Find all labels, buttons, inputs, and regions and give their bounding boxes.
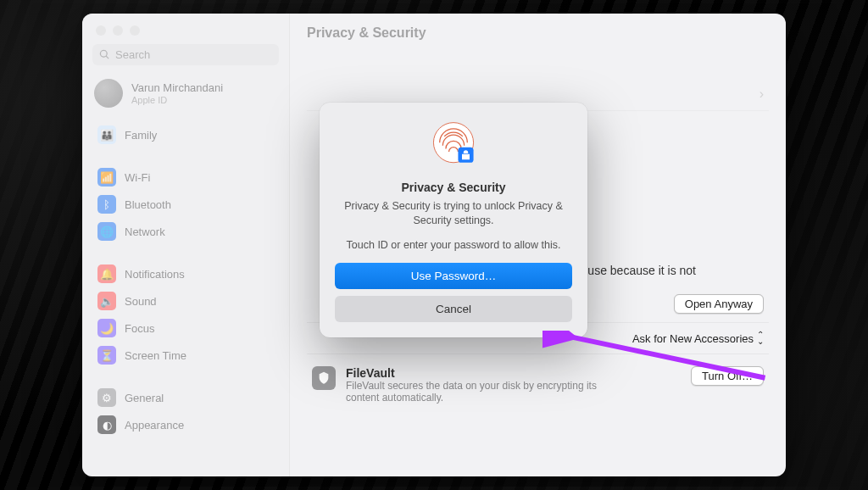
- sidebar-label: Focus: [125, 322, 154, 335]
- search-placeholder: Search: [115, 48, 150, 61]
- user-sub: Apple ID: [131, 95, 223, 105]
- bell-icon: 🔔: [97, 264, 116, 283]
- accessories-select[interactable]: Ask for New Accessories ⌃⌄: [632, 331, 764, 345]
- sidebar-label: General: [125, 392, 164, 404]
- gear-icon: ⚙: [97, 388, 116, 407]
- filevault-title: FileVault: [346, 366, 626, 380]
- sidebar-item-notifications[interactable]: 🔔Notifications: [92, 260, 279, 287]
- auth-dialog: Privacy & Security Privacy & Security is…: [320, 103, 587, 337]
- focus-icon: 🌙: [97, 319, 116, 337]
- filevault-row: FileVault FileVault secures the data on …: [307, 354, 769, 412]
- sidebar-label: Wi-Fi: [125, 171, 150, 184]
- filevault-sub: FileVault secures the data on your disk …: [346, 380, 626, 404]
- sidebar-item-focus[interactable]: 🌙Focus: [92, 315, 279, 342]
- system-settings-window: Search Varun Mirchandani Apple ID 👪 Fami…: [82, 14, 786, 476]
- cancel-button[interactable]: Cancel: [335, 296, 572, 322]
- network-icon: 🌐: [97, 222, 116, 241]
- sidebar-item-network[interactable]: 🌐Network: [92, 218, 279, 245]
- chevron-right-icon: ›: [760, 86, 764, 102]
- wifi-icon: 📶: [97, 168, 116, 187]
- sidebar-item-sound[interactable]: 🔈Sound: [92, 287, 279, 315]
- avatar: [94, 79, 123, 108]
- page-title: Privacy & Security: [290, 14, 786, 49]
- search-icon: [99, 49, 110, 60]
- touchid-icon: [429, 120, 478, 169]
- sidebar-label: Appearance: [125, 419, 184, 432]
- search-input[interactable]: Search: [92, 44, 279, 65]
- apple-id-row[interactable]: Varun Mirchandani Apple ID: [82, 74, 289, 118]
- sidebar-label: Notifications: [125, 268, 185, 281]
- dialog-body-1: Privacy & Security is trying to unlock P…: [338, 199, 569, 228]
- filevault-icon: [312, 366, 336, 390]
- sound-icon: 🔈: [97, 292, 116, 310]
- use-password-button[interactable]: Use Password…: [335, 263, 572, 289]
- hourglass-icon: ⏳: [97, 346, 116, 365]
- sidebar-label: Bluetooth: [125, 198, 171, 211]
- sidebar-label: Sound: [125, 295, 157, 308]
- family-icon: 👪: [97, 125, 116, 144]
- bluetooth-icon: ᛒ: [97, 195, 116, 214]
- filevault-turn-off-button[interactable]: Turn Off…: [691, 366, 764, 386]
- dialog-title: Privacy & Security: [335, 181, 572, 194]
- sidebar-item-family[interactable]: 👪 Family: [92, 121, 279, 148]
- sidebar-item-appearance[interactable]: ◐Appearance: [92, 411, 279, 438]
- sidebar-item-wifi[interactable]: 📶Wi-Fi: [92, 164, 279, 191]
- zoom-dot[interactable]: [130, 25, 140, 36]
- sidebar-label: Network: [125, 226, 165, 238]
- sidebar-label: Family: [125, 129, 157, 142]
- open-anyway-button[interactable]: Open Anyway: [674, 294, 764, 314]
- sidebar-item-general[interactable]: ⚙General: [92, 384, 279, 411]
- user-name: Varun Mirchandani: [131, 81, 223, 95]
- accessories-value: Ask for New Accessories: [632, 332, 754, 345]
- sidebar: Search Varun Mirchandani Apple ID 👪 Fami…: [82, 14, 290, 476]
- dialog-body-2: Touch ID or enter your password to allow…: [338, 238, 569, 253]
- minimize-dot[interactable]: [113, 25, 123, 36]
- sidebar-item-bluetooth[interactable]: ᛒBluetooth: [92, 191, 279, 218]
- sidebar-label: Screen Time: [125, 349, 186, 362]
- window-controls: [82, 14, 289, 42]
- close-dot[interactable]: [96, 25, 106, 36]
- updown-icon: ⌃⌄: [757, 331, 764, 345]
- sidebar-item-screentime[interactable]: ⏳Screen Time: [92, 342, 279, 369]
- appearance-icon: ◐: [97, 415, 116, 434]
